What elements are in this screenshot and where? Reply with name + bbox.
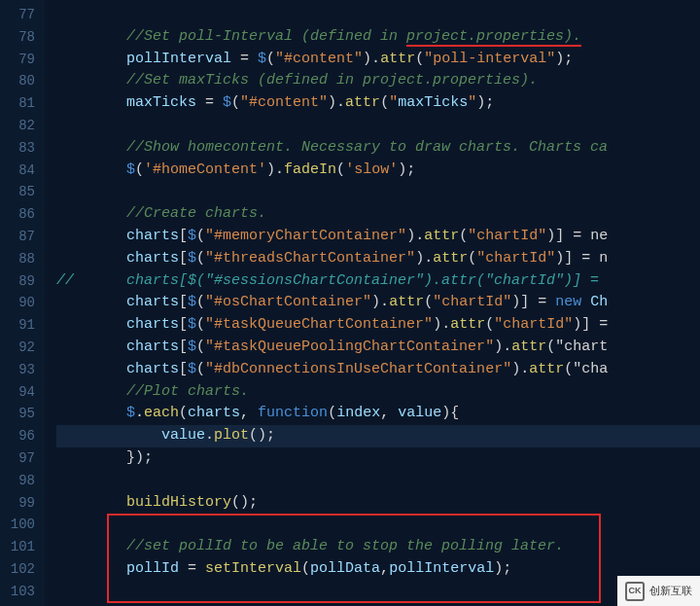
line-number: 86 <box>4 203 35 226</box>
line-number: 91 <box>4 314 35 337</box>
code-line[interactable]: value.plot(); <box>56 425 700 447</box>
watermark: CK 创新互联 <box>617 576 700 606</box>
line-number: 101 <box>4 536 35 558</box>
code-line[interactable]: pollInterval = $("#content").attr("poll-… <box>56 49 700 71</box>
line-number: 100 <box>4 514 35 536</box>
line-number: 98 <box>4 470 35 492</box>
code-line[interactable]: charts[$("#dbConnectionsInUseChartContai… <box>56 359 700 381</box>
code-line[interactable] <box>56 470 700 492</box>
code-line[interactable]: $.each(charts, function(index, value){ <box>56 403 700 425</box>
line-number: 77 <box>4 4 35 26</box>
line-number: 87 <box>4 226 35 248</box>
line-number: 80 <box>4 70 35 92</box>
code-area[interactable]: //Set poll-Interval (defined in project.… <box>45 0 700 606</box>
code-line[interactable]: charts[$("#taskQueuePoolingChartContaine… <box>56 337 700 359</box>
code-line[interactable] <box>56 181 700 203</box>
code-line[interactable]: //Plot charts. <box>56 381 700 404</box>
line-number: 81 <box>4 92 35 115</box>
code-line[interactable]: buildHistory(); <box>56 492 700 515</box>
code-line[interactable]: // charts[$("#sessionsChartContainer").a… <box>56 270 700 293</box>
code-line[interactable]: $('#homeContent').fadeIn('slow'); <box>56 160 700 182</box>
code-line[interactable]: charts[$("#memoryChartContainer").attr("… <box>56 226 700 248</box>
line-number: 89 <box>4 270 35 293</box>
line-number: 97 <box>4 447 35 470</box>
code-line[interactable]: charts[$("#osChartContainer").attr("char… <box>56 292 700 314</box>
line-number: 78 <box>4 26 35 49</box>
line-number: 102 <box>4 558 35 581</box>
line-number: 90 <box>4 292 35 314</box>
line-number: 85 <box>4 181 35 203</box>
code-line[interactable]: //set pollId to be able to stop the poll… <box>56 536 700 558</box>
line-number-gutter: 7778798081828384858687888990919293949596… <box>0 0 45 606</box>
code-line[interactable]: charts[$("#taskQueueChartContainer").att… <box>56 314 700 337</box>
code-line[interactable]: pollId = setInterval(pollData,pollInterv… <box>56 558 700 581</box>
line-number: 103 <box>4 581 35 603</box>
line-number: 83 <box>4 137 35 160</box>
line-number: 92 <box>4 337 35 359</box>
code-line[interactable] <box>56 4 700 26</box>
line-number: 94 <box>4 381 35 404</box>
watermark-logo-icon: CK <box>625 582 645 601</box>
line-number: 99 <box>4 492 35 515</box>
code-line[interactable]: }); <box>56 447 700 470</box>
line-number: 95 <box>4 403 35 425</box>
line-number: 79 <box>4 49 35 71</box>
line-number: 84 <box>4 160 35 182</box>
code-line[interactable]: //Set poll-Interval (defined in project.… <box>56 26 700 49</box>
line-number: 82 <box>4 115 35 137</box>
line-number: 93 <box>4 359 35 381</box>
code-editor[interactable]: 7778798081828384858687888990919293949596… <box>0 0 700 606</box>
code-line[interactable]: //Set maxTicks (defined in project.prope… <box>56 70 700 92</box>
code-line[interactable] <box>56 514 700 536</box>
code-line[interactable]: //Create charts. <box>56 203 700 226</box>
code-line[interactable]: //Show homecontent. Necessary to draw ch… <box>56 137 700 160</box>
code-line[interactable] <box>56 115 700 137</box>
code-line[interactable]: charts[$("#threadsChartContainer").attr(… <box>56 248 700 270</box>
code-line[interactable]: maxTicks = $("#content").attr("maxTicks"… <box>56 92 700 115</box>
line-number: 96 <box>4 425 35 447</box>
line-number: 88 <box>4 248 35 270</box>
code-line[interactable] <box>56 581 700 603</box>
watermark-label: 创新互联 <box>649 580 692 602</box>
